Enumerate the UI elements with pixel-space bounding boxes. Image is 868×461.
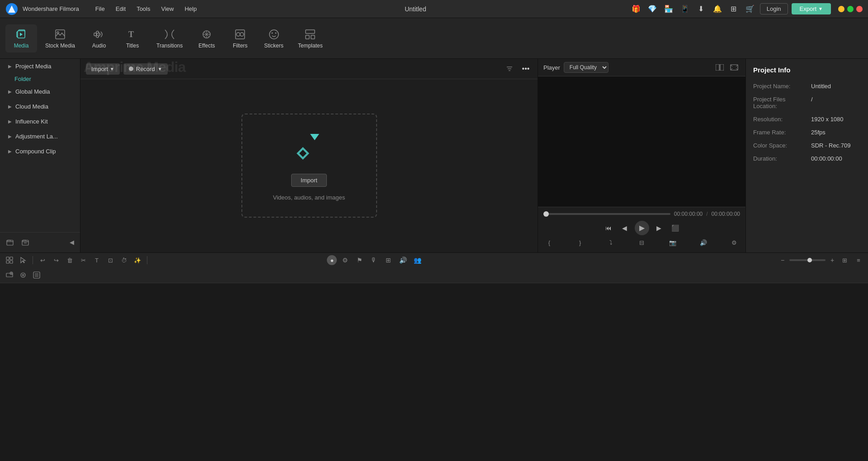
zoom-thumb[interactable] — [807, 258, 812, 262]
out-point-button[interactable]: } — [574, 237, 586, 249]
snap-indicator[interactable]: ● — [327, 255, 337, 265]
zoom-out-button[interactable]: − — [778, 255, 788, 265]
import-dropdown-icon[interactable]: ▼ — [110, 67, 114, 71]
toolbar-titles[interactable]: T Titles — [117, 24, 148, 52]
drop-zone[interactable]: Import Videos, audios, and images — [241, 114, 377, 218]
audio-icon — [93, 28, 105, 41]
ai-tool-button[interactable]: ✨ — [132, 254, 143, 266]
delete-button[interactable]: 🗑 — [64, 254, 75, 266]
sidebar-item-cloud-media[interactable]: ▶ Cloud Media — [3, 100, 77, 114]
sidebar-item-adjustment-layer[interactable]: ▶ Adjustment La... — [3, 129, 77, 143]
step-backward-button[interactable]: ⏮ — [602, 222, 615, 234]
sidebar-item-global-media[interactable]: ▶ Global Media — [3, 85, 77, 99]
download-icon[interactable]: ⬇ — [695, 3, 708, 15]
toolbar-media[interactable]: Media — [5, 24, 37, 52]
toolbar-templates[interactable]: Templates — [292, 24, 329, 52]
progress-track[interactable] — [543, 213, 670, 215]
record-dropdown-icon[interactable]: ▼ — [158, 67, 162, 71]
close-button[interactable]: × — [856, 6, 863, 12]
add-audio-track[interactable] — [17, 269, 29, 281]
undo-button[interactable]: ↩ — [37, 254, 48, 266]
toolbar-transitions[interactable]: Transitions — [150, 24, 189, 52]
record-timeline-button[interactable]: ⊞ — [382, 254, 395, 266]
audio-label: Audio — [92, 43, 106, 49]
titles-label: Titles — [126, 43, 139, 49]
frame-back-button[interactable]: ◀ — [618, 222, 631, 234]
zoom-in-button[interactable]: + — [827, 255, 837, 265]
progress-thumb[interactable] — [543, 211, 549, 217]
sidebar-item-project-media[interactable]: ▶ Project Media — [3, 59, 77, 73]
cart-icon[interactable]: 🛒 — [744, 3, 756, 15]
zoom-track[interactable] — [789, 259, 826, 261]
collab-button[interactable]: 👥 — [411, 254, 424, 266]
text-tool-button[interactable]: T — [91, 254, 103, 266]
import-button[interactable]: Import ▼ — [86, 63, 120, 75]
sidebar-item-influence-kit[interactable]: ▶ Influence Kit — [3, 114, 77, 128]
export-dropdown-arrow[interactable]: ▼ — [818, 6, 823, 11]
magnetic-button[interactable]: ⚙ — [339, 254, 351, 266]
cut-button[interactable]: ✂ — [77, 254, 89, 266]
menu-view[interactable]: View — [156, 4, 178, 14]
bell-icon[interactable]: 🔔 — [711, 3, 724, 15]
import-drop-button[interactable]: Import — [291, 174, 327, 187]
svg-point-6 — [57, 32, 59, 33]
overwrite-button[interactable]: ⊟ — [636, 237, 647, 249]
snapshot-button[interactable]: 📷 — [667, 237, 679, 249]
toolbar-filters[interactable]: Filters — [224, 24, 256, 52]
login-button[interactable]: Login — [760, 3, 788, 14]
add-video-track[interactable] — [4, 269, 15, 281]
volume-button[interactable]: 🔊 — [698, 237, 709, 249]
insert-button[interactable]: ⤵ — [605, 237, 617, 249]
frame-forward-button[interactable]: ▶ — [653, 222, 665, 234]
menu-edit[interactable]: Edit — [111, 4, 130, 14]
menu-help[interactable]: Help — [180, 4, 201, 14]
info-label-name: Project Name: — [753, 83, 807, 90]
grid-icon[interactable]: ⊞ — [727, 3, 740, 15]
toolbar-stickers[interactable]: Stickers — [258, 24, 290, 52]
menu-tools[interactable]: Tools — [132, 4, 155, 14]
toolbar-effects[interactable]: Effects — [191, 24, 222, 52]
fullscreen-icon[interactable] — [728, 62, 740, 73]
phone-icon[interactable]: 📱 — [679, 3, 691, 15]
stop-button[interactable]: ⬛ — [669, 222, 682, 234]
quality-select[interactable]: Full Quality 1/2 Quality 1/4 Quality — [564, 62, 609, 73]
track-settings[interactable] — [31, 269, 42, 281]
list-view-button[interactable]: ≡ — [853, 254, 864, 266]
store-icon[interactable]: 🏪 — [662, 3, 675, 15]
collapse-sidebar-button[interactable]: ◀ — [67, 236, 76, 249]
gift-icon[interactable]: 🎁 — [630, 3, 642, 15]
more-options-icon[interactable]: ••• — [519, 62, 532, 75]
maximize-button[interactable]: □ — [847, 6, 854, 12]
crop-button[interactable]: ⊡ — [104, 254, 116, 266]
audio-track-button[interactable]: 🔊 — [396, 254, 409, 266]
export-button[interactable]: Export ▼ — [792, 3, 831, 14]
diamond-icon[interactable]: 💎 — [646, 3, 659, 15]
speed-button[interactable]: ⏱ — [118, 254, 130, 266]
fit-view-button[interactable]: ⊞ — [839, 254, 851, 266]
toolbar-audio[interactable]: Audio — [83, 24, 115, 52]
minimize-button[interactable]: — — [838, 6, 844, 12]
new-folder-button[interactable] — [4, 236, 16, 249]
settings-button[interactable]: ⚙ — [728, 237, 740, 249]
dual-view-icon[interactable] — [714, 62, 726, 73]
record-button[interactable]: Record ▼ — [123, 63, 168, 75]
sidebar-item-folder[interactable]: Folder — [9, 74, 80, 84]
filters-icon — [234, 28, 246, 41]
filter-icon[interactable] — [503, 62, 516, 75]
titlebar-left: Wondershare Filmora File Edit Tools View… — [5, 3, 201, 15]
select-tool-button[interactable] — [17, 254, 29, 266]
svg-text:T: T — [128, 30, 134, 39]
sidebar-item-compound-clip[interactable]: ▶ Compound Clip — [3, 144, 77, 158]
window-controls: — □ × — [838, 6, 863, 12]
in-point-button[interactable]: { — [543, 237, 555, 249]
redo-button[interactable]: ↪ — [50, 254, 62, 266]
marker-button[interactable]: ⚑ — [353, 254, 366, 266]
play-button[interactable]: ▶ — [635, 221, 649, 235]
split-button[interactable]: 🎙 — [368, 254, 380, 266]
info-row-colorspace: Color Space: SDR - Rec.709 — [753, 142, 861, 149]
menu-file[interactable]: File — [91, 4, 109, 14]
toolbar-stock-media[interactable]: Stock Media — [39, 24, 81, 52]
info-value-colorspace: SDR - Rec.709 — [811, 142, 850, 149]
multi-select-button[interactable] — [4, 254, 15, 266]
delete-folder-button[interactable] — [19, 236, 32, 249]
